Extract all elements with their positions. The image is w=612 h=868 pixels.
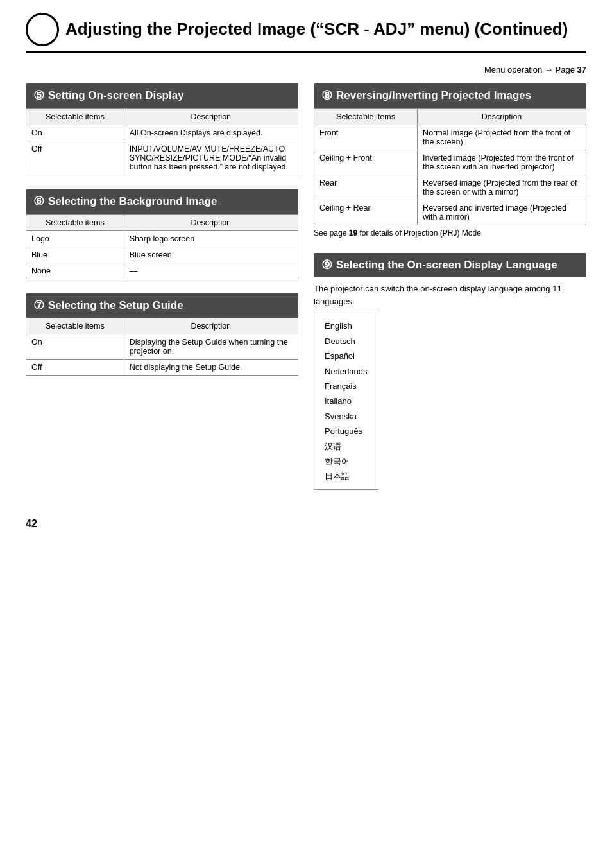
main-content: ⑤ Setting On-screen Display Selectable i… (26, 83, 586, 492)
s6-row2-item: Off (26, 360, 124, 376)
section-6-table: Selectable items Description On Displayi… (26, 318, 298, 376)
section-4-title: Setting On-screen Display (48, 89, 184, 103)
s4-row1-desc: All On-screen Displays are displayed. (124, 125, 298, 141)
section-7-note: See page 19 for details of Projection (P… (314, 228, 586, 239)
s7-note-page: 19 (349, 229, 357, 238)
s7-note-prefix: See page (314, 229, 349, 238)
menu-op-page: 37 (577, 65, 586, 74)
language-item: 한국어 (325, 454, 368, 469)
table-row: On All On-screen Displays are displayed. (26, 125, 298, 141)
s6-row1-desc: Displaying the Setup Guide when turning … (124, 334, 298, 360)
section-6-heading: ⑦ Selecting the Setup Guide (26, 293, 298, 318)
menu-operation: Menu operation → Page 37 (26, 65, 586, 74)
s5-row3-item: None (26, 263, 124, 279)
s7-row1-item: Front (314, 125, 418, 150)
language-item: Svenska (325, 409, 368, 424)
table-row: Rear Reversed image (Projected from the … (314, 175, 586, 200)
section-4-table: Selectable items Description On All On-s… (26, 108, 298, 175)
section-8-title: Selecting the On-screen Display Language (336, 258, 557, 272)
section-7-table: Selectable items Description Front Norma… (314, 108, 586, 225)
section-7-num: ⑧ (321, 89, 332, 103)
section-5-num: ⑥ (33, 195, 44, 209)
table-row: Logo Sharp logo screen (26, 230, 298, 247)
s5-row1-item: Logo (26, 230, 124, 247)
s7-col2-header: Description (418, 108, 586, 125)
section-8-heading: ⑨ Selecting the On-screen Display Langua… (314, 253, 586, 278)
s4-row2-item: Off (26, 141, 124, 175)
s5-row2-item: Blue (26, 247, 124, 263)
language-item: Nederlands (325, 364, 368, 379)
s7-row2-item: Ceiling + Front (314, 150, 418, 175)
page-header: Adjusting the Projected Image (“SCR - AD… (26, 19, 586, 53)
section-6-num: ⑦ (33, 299, 44, 313)
section-7-title: Reversing/Inverting Projected Images (336, 89, 531, 103)
section-6-title: Selecting the Setup Guide (48, 299, 183, 313)
s5-col1-header: Selectable items (26, 214, 124, 230)
s6-col2-header: Description (124, 318, 298, 334)
table-row: None — (26, 263, 298, 279)
page-number: 42 (26, 518, 586, 530)
s5-row1-desc: Sharp logo screen (124, 230, 298, 247)
s7-row3-item: Rear (314, 175, 418, 200)
section-7-heading: ⑧ Reversing/Inverting Projected Images (314, 83, 586, 108)
language-item: Deutsch (325, 334, 368, 349)
language-item: 汉语 (325, 439, 368, 454)
table-row: Off Not displaying the Setup Guide. (26, 360, 298, 376)
table-row: On Displaying the Setup Guide when turni… (26, 334, 298, 360)
s7-row3-desc: Reversed image (Projected from the rear … (418, 175, 586, 200)
section-6: ⑦ Selecting the Setup Guide Selectable i… (26, 293, 298, 376)
s5-col2-header: Description (124, 214, 298, 230)
s7-row4-item: Ceiling + Rear (314, 200, 418, 225)
right-column: ⑧ Reversing/Inverting Projected Images S… (314, 83, 586, 492)
section-7: ⑧ Reversing/Inverting Projected Images S… (314, 83, 586, 239)
s6-col1-header: Selectable items (26, 318, 124, 334)
table-row: Off INPUT/VOLUME/AV MUTE/FREEZE/AUTO SYN… (26, 141, 298, 175)
s5-row3-desc: — (124, 263, 298, 279)
s7-col1-header: Selectable items (314, 108, 418, 125)
table-row: Blue Blue screen (26, 247, 298, 263)
section-5-title: Selecting the Background Image (48, 195, 217, 209)
s4-row1-item: On (26, 125, 124, 141)
section-5-table: Selectable items Description Logo Sharp … (26, 214, 298, 279)
s7-row4-desc: Reversed and inverted image (Projected w… (418, 200, 586, 225)
table-row: Ceiling + Rear Reversed and inverted ima… (314, 200, 586, 225)
section-8: ⑨ Selecting the On-screen Display Langua… (314, 253, 586, 490)
s5-row2-desc: Blue screen (124, 247, 298, 263)
left-column: ⑤ Setting On-screen Display Selectable i… (26, 83, 298, 492)
s6-row1-item: On (26, 334, 124, 360)
section-4-num: ⑤ (33, 89, 44, 103)
language-item: 日本語 (325, 469, 368, 483)
page-title: Adjusting the Projected Image (“SCR - AD… (65, 19, 568, 39)
language-item: Français (325, 379, 368, 394)
s4-col1-header: Selectable items (26, 108, 124, 125)
s7-row1-desc: Normal image (Projected from the front o… (418, 125, 586, 150)
s7-row2-desc: Inverted image (Projected from the front… (418, 150, 586, 175)
section-8-description: The projector can switch the on-screen d… (314, 282, 586, 308)
language-item: Italiano (325, 394, 368, 408)
section-5-heading: ⑥ Selecting the Background Image (26, 189, 298, 214)
language-box: EnglishDeutschEspañolNederlandsFrançaisI… (314, 313, 378, 489)
s6-row2-desc: Not displaying the Setup Guide. (124, 360, 298, 376)
language-item: Español (325, 349, 368, 363)
s4-col2-header: Description (124, 108, 298, 125)
header-circle-decoration (26, 13, 59, 46)
menu-op-text: Menu operation → Page (484, 65, 577, 74)
section-5: ⑥ Selecting the Background Image Selecta… (26, 189, 298, 279)
language-item: Português (325, 424, 368, 438)
section-4: ⑤ Setting On-screen Display Selectable i… (26, 83, 298, 175)
table-row: Front Normal image (Projected from the f… (314, 125, 586, 150)
section-8-num: ⑨ (321, 258, 332, 273)
language-item: English (325, 318, 368, 333)
table-row: Ceiling + Front Inverted image (Projecte… (314, 150, 586, 175)
section-4-heading: ⑤ Setting On-screen Display (26, 83, 298, 108)
s4-row2-desc: INPUT/VOLUME/AV MUTE/FREEZE/AUTO SYNC/RE… (124, 141, 298, 175)
s7-note-suffix: for details of Projection (PRJ) Mode. (357, 229, 483, 238)
